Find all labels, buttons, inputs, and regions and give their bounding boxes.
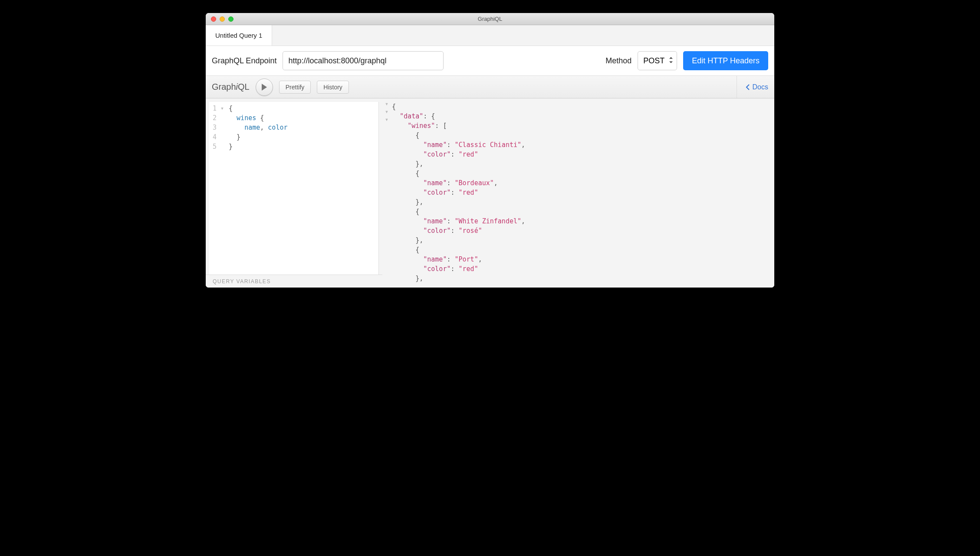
- line-number: 2: [213, 113, 217, 123]
- titlebar: GraphiQL: [206, 13, 774, 25]
- endpoint-toolbar: GraphQL Endpoint Method POST Edit HTTP H…: [206, 46, 774, 76]
- fold-caret-icon: ▼: [385, 118, 389, 122]
- query-editor[interactable]: 12345 ▼ { wines { name, color }}: [209, 102, 379, 275]
- endpoint-input[interactable]: [283, 51, 444, 70]
- result-line: {: [392, 169, 771, 178]
- prettify-button[interactable]: Prettify: [279, 81, 311, 94]
- tab-label: Untitled Query 1: [215, 32, 262, 39]
- method-label: Method: [605, 56, 631, 65]
- chevron-left-icon: [746, 84, 750, 90]
- result-line: {: [392, 102, 771, 111]
- code-line: name, color: [229, 123, 287, 132]
- line-number: 1: [213, 104, 217, 113]
- query-pane: 12345 ▼ { wines { name, color }} QUERY V…: [206, 98, 382, 288]
- code-line: {: [229, 104, 287, 113]
- tabs-bar: Untitled Query 1: [206, 25, 774, 46]
- code-line: wines {: [229, 113, 287, 123]
- result-line: },: [392, 197, 771, 207]
- line-number: 4: [213, 132, 217, 142]
- result-line: "color": "red": [392, 264, 771, 274]
- fold-gutter: ▼: [219, 102, 225, 275]
- result-line: "name": "Classic Chianti",: [392, 140, 771, 150]
- result-line: {: [392, 245, 771, 255]
- code-line: }: [229, 132, 287, 142]
- app-window: GraphiQL Untitled Query 1 GraphQL Endpoi…: [206, 13, 774, 288]
- fold-marker: [219, 113, 225, 123]
- play-icon: [261, 84, 267, 91]
- line-number: 5: [213, 142, 217, 151]
- fold-marker: [219, 142, 225, 151]
- close-icon[interactable]: [211, 16, 216, 22]
- line-number: 3: [213, 123, 217, 132]
- fold-marker: ▼: [219, 104, 225, 113]
- result-line: "name": "Port",: [392, 255, 771, 264]
- edit-http-headers-button[interactable]: Edit HTTP Headers: [683, 51, 768, 70]
- history-button[interactable]: History: [317, 81, 349, 94]
- window-title: GraphiQL: [206, 16, 774, 22]
- result-line: "data": {: [392, 111, 771, 121]
- code-line: }: [229, 142, 287, 151]
- result-line: "color": "red": [392, 150, 771, 159]
- query-variables-header[interactable]: QUERY VARIABLES: [206, 275, 382, 288]
- tab-untitled-query-1[interactable]: Untitled Query 1: [206, 25, 272, 46]
- query-code[interactable]: { wines { name, color }}: [225, 102, 291, 275]
- result-line: "name": "White Zinfandel",: [392, 216, 771, 226]
- execute-button[interactable]: [256, 78, 273, 96]
- fold-caret-icon: ▼: [385, 102, 389, 106]
- editor-split: 12345 ▼ { wines { name, color }} QUERY V…: [206, 98, 774, 288]
- result-line: "color": "rosé": [392, 226, 771, 235]
- result-line: "name": "Bordeaux",: [392, 178, 771, 188]
- method-select-value: POST: [643, 56, 664, 65]
- pane-splitter[interactable]: ▼ ▼ ▼: [382, 98, 391, 288]
- docs-label: Docs: [753, 83, 768, 91]
- result-line: "wines": [: [392, 121, 771, 131]
- zoom-icon[interactable]: [228, 16, 233, 22]
- result-line: "color": "red": [392, 188, 771, 197]
- result-line: {: [392, 131, 771, 140]
- graphiql-logo: GraphiQL: [212, 82, 250, 92]
- result-line: },: [392, 274, 771, 283]
- fold-marker: [219, 123, 225, 132]
- method-select[interactable]: POST: [638, 51, 677, 70]
- minimize-icon[interactable]: [220, 16, 225, 22]
- result-line: {: [392, 207, 771, 216]
- graphiql-toolbar: GraphiQL Prettify History Docs: [206, 76, 774, 98]
- result-line: },: [392, 235, 771, 245]
- result-pane: { "data": { "wines": [ { "name": "Classi…: [391, 98, 774, 288]
- window-controls: [206, 16, 233, 22]
- fold-marker: [219, 132, 225, 142]
- fold-caret-icon: ▼: [385, 110, 389, 114]
- endpoint-label: GraphQL Endpoint: [212, 56, 276, 65]
- line-gutter: 12345: [209, 102, 219, 275]
- chevron-updown-icon: [669, 56, 673, 65]
- docs-toggle[interactable]: Docs: [737, 76, 768, 98]
- result-line: },: [392, 159, 771, 169]
